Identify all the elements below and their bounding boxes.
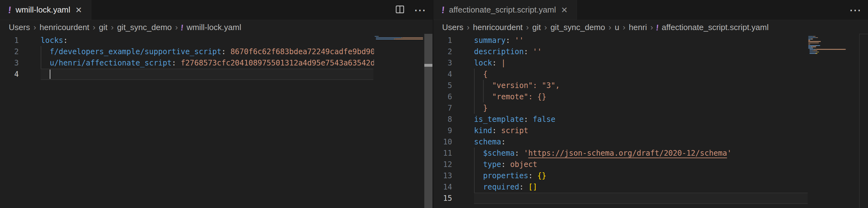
chevron-right-icon: › [90,23,98,32]
code-line[interactable]: 10schema: [433,136,808,148]
code-area[interactable]: 1summary: ''2description: ''3lock: |4 {5… [433,35,808,204]
vertical-scrollbar[interactable] [424,34,432,208]
breadcrumb-item[interactable]: henricourdent [472,23,523,32]
breadcrumb-item[interactable]: u [614,23,620,32]
breadcrumb-item-file[interactable]: !affectionate_script.script.yaml [656,23,769,32]
code-line[interactable]: 4 { [433,69,808,80]
chevron-right-icon: › [606,23,614,32]
breadcrumb-item[interactable]: Users [441,23,464,32]
editor-group-right: ! affectionate_script.script.yaml ✕ ⋯ Us… [433,0,868,208]
current-line-highlight [474,193,808,204]
chevron-right-icon: › [172,23,181,32]
code-text: } [474,102,488,114]
close-tab-icon[interactable]: ✕ [560,5,568,15]
line-number[interactable]: 3 [433,57,452,69]
code-line[interactable]: 11 $schema: 'https://json-schema.org/dra… [433,148,808,159]
line-number[interactable]: 5 [433,80,452,91]
code-line[interactable]: 7 } [433,102,808,114]
code-area[interactable]: 1locks:2 f/developers_example/supportive… [0,35,374,80]
code-line[interactable]: 15 [433,193,808,204]
yaml-file-icon: ! [180,24,184,32]
tab-bar-right: ! affectionate_script.script.yaml ✕ ⋯ [433,0,868,20]
breadcrumb-item[interactable]: henri [628,23,648,32]
line-number[interactable]: 8 [433,114,452,125]
code-line[interactable]: 1summary: '' [433,35,808,46]
split-editor-icon[interactable] [395,5,405,15]
code-line[interactable]: 3 u/henri/affectionate_script: f2768573c… [0,57,374,69]
line-number[interactable]: 11 [433,148,452,159]
line-number[interactable]: 9 [433,125,452,136]
chevron-right-icon: › [108,23,117,32]
code-line[interactable]: 12 type: object [433,159,808,170]
line-number[interactable]: 1 [433,35,452,46]
close-tab-icon[interactable]: ✕ [75,5,83,15]
chevron-right-icon: › [523,23,532,32]
scrollbar-handle[interactable] [424,64,432,67]
minimap-line [808,54,855,55]
overview-ruler[interactable] [859,34,868,208]
tab-affectionate-script-yaml[interactable]: ! affectionate_script.script.yaml ✕ [433,0,577,20]
line-number[interactable]: 13 [433,170,452,181]
code-text: kind: script [474,125,528,136]
tab-bar-left: ! wmill-lock.yaml ✕ ⋯ [0,0,433,20]
chevron-right-icon: › [620,23,628,32]
code-text: schema: [474,136,506,148]
code-text: properties: {} [474,170,546,181]
line-number[interactable]: 6 [433,91,452,102]
code-text: required: [] [474,181,537,193]
breadcrumb[interactable]: Users›henricourdent›git›git_sync_demo›!w… [0,20,433,35]
yaml-file-icon: ! [7,5,11,15]
editor-window: ! wmill-lock.yaml ✕ ⋯ Users›henricourden… [0,0,868,208]
code-line[interactable]: 14 required: [] [433,181,808,193]
line-number[interactable]: 10 [433,136,452,148]
line-number[interactable]: 2 [0,46,19,57]
line-number[interactable]: 7 [433,102,452,114]
breadcrumb-item[interactable]: Users [8,23,31,32]
line-number[interactable]: 4 [0,69,19,80]
minimap[interactable] [375,36,424,73]
minimap[interactable] [808,36,855,73]
breadcrumb-item[interactable]: git [98,23,108,32]
code-line[interactable]: 4 [0,69,374,80]
code-line[interactable]: 13 properties: {} [433,170,808,181]
yaml-file-icon: ! [655,24,659,32]
chevron-right-icon: › [31,23,39,32]
tab-actions-left: ⋯ [395,0,433,20]
code-line[interactable]: 2description: '' [433,46,808,57]
code-line[interactable]: 6 "remote": {} [433,91,808,102]
code-line[interactable]: 2 f/developers_example/supportive_script… [0,46,374,57]
tab-actions-right: ⋯ [849,0,868,20]
code-text: { [474,69,488,80]
line-number[interactable]: 14 [433,181,452,193]
code-text: f/developers_example/supportive_script: … [41,46,374,57]
breadcrumb[interactable]: Users›henricourdent›git›git_sync_demo›u›… [433,20,868,35]
breadcrumb-item[interactable]: henricourdent [39,23,90,32]
tab-wmill-lock-yaml[interactable]: ! wmill-lock.yaml ✕ [0,0,91,20]
breadcrumb-item[interactable]: git_sync_demo [116,23,172,32]
code-line[interactable]: 8is_template: false [433,114,808,125]
breadcrumb-item[interactable]: git [532,23,541,32]
editor-right[interactable]: 1summary: ''2description: ''3lock: |4 {5… [433,35,868,208]
more-actions-icon[interactable]: ⋯ [414,4,427,16]
code-text: $schema: 'https://json-schema.org/draft/… [474,148,732,159]
breadcrumb-item[interactable]: git_sync_demo [550,23,606,32]
breadcrumb-item-file[interactable]: !wmill-lock.yaml [181,23,241,32]
line-number[interactable]: 1 [0,35,19,46]
code-line[interactable]: 5 "version": "3", [433,80,808,91]
code-text: u/henri/affectionate_script: f2768573cfc… [41,57,374,69]
current-line-highlight [41,69,373,80]
more-actions-icon[interactable]: ⋯ [849,4,862,16]
line-number[interactable]: 2 [433,46,452,57]
code-line[interactable]: 9kind: script [433,125,808,136]
text-cursor [50,70,50,79]
code-line[interactable]: 1locks: [0,35,374,46]
code-text: summary: '' [474,35,524,46]
line-number[interactable]: 15 [433,193,452,204]
line-number[interactable]: 3 [0,57,19,69]
editor-left[interactable]: 1locks:2 f/developers_example/supportive… [0,35,433,208]
code-line[interactable]: 3lock: | [433,57,808,69]
code-text: locks: [41,35,68,46]
line-number[interactable]: 4 [433,69,452,80]
code-text: "version": "3", [474,80,560,91]
line-number[interactable]: 12 [433,159,452,170]
